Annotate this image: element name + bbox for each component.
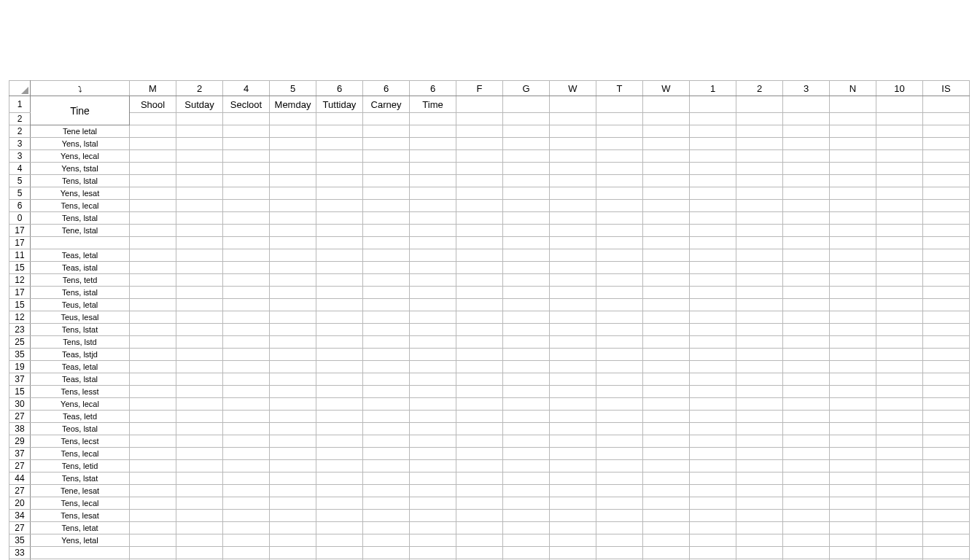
table-row[interactable]: 30Yens, lecal xyxy=(9,398,970,411)
row-number[interactable]: 27 xyxy=(9,485,31,497)
cell[interactable] xyxy=(503,225,550,237)
cell[interactable] xyxy=(130,237,176,249)
row-label[interactable]: Tens, lstat xyxy=(31,472,130,485)
cell[interactable] xyxy=(690,349,736,361)
row-number[interactable]: 2 xyxy=(9,125,31,138)
cell[interactable] xyxy=(363,138,410,150)
cell[interactable] xyxy=(923,287,970,299)
cell[interactable] xyxy=(176,349,223,361)
cell[interactable] xyxy=(130,212,176,225)
cell[interactable] xyxy=(130,472,176,485)
cell[interactable] xyxy=(503,212,550,225)
cell[interactable] xyxy=(363,163,410,175)
table-row[interactable]: 44Tens, lstat xyxy=(9,472,970,485)
cell[interactable] xyxy=(923,448,970,460)
cell[interactable] xyxy=(876,299,923,311)
row-label[interactable]: Tens, lstal xyxy=(31,212,130,225)
cell[interactable] xyxy=(876,547,923,559)
cell[interactable] xyxy=(830,361,876,373)
cell[interactable] xyxy=(270,485,316,497)
cell[interactable] xyxy=(456,472,503,485)
row-label[interactable]: Tens, lecal xyxy=(31,497,130,510)
row-number[interactable]: 15 xyxy=(9,262,31,274)
cell[interactable] xyxy=(596,547,643,559)
cell[interactable] xyxy=(223,349,270,361)
cell[interactable] xyxy=(690,262,736,274)
cell[interactable] xyxy=(643,163,690,175)
cell[interactable] xyxy=(270,349,316,361)
cell[interactable] xyxy=(176,460,223,472)
cell[interactable] xyxy=(270,398,316,411)
cell[interactable] xyxy=(830,448,876,460)
cell[interactable] xyxy=(456,547,503,559)
column-header[interactable]: IS xyxy=(923,81,970,96)
cell[interactable] xyxy=(130,423,176,435)
cell[interactable] xyxy=(596,163,643,175)
cell[interactable] xyxy=(783,534,830,547)
column-header[interactable]: 5 xyxy=(270,81,316,96)
cell[interactable] xyxy=(410,472,456,485)
cell[interactable] xyxy=(596,138,643,150)
cell[interactable] xyxy=(783,138,830,150)
cell[interactable] xyxy=(876,225,923,237)
table-row[interactable]: 0Tens, lstal xyxy=(9,212,970,225)
cell[interactable] xyxy=(270,522,316,534)
cell[interactable] xyxy=(223,200,270,212)
cell[interactable] xyxy=(410,448,456,460)
subheader-cell[interactable]: Carney xyxy=(363,96,410,113)
row-label[interactable] xyxy=(31,547,130,559)
cell[interactable] xyxy=(876,113,923,125)
cell[interactable] xyxy=(316,237,363,249)
cell[interactable] xyxy=(223,163,270,175)
cell[interactable] xyxy=(176,398,223,411)
cell[interactable] xyxy=(503,361,550,373)
cell[interactable] xyxy=(223,187,270,200)
row-label[interactable]: Teus, letal xyxy=(31,299,130,311)
cell[interactable] xyxy=(643,547,690,559)
cell[interactable] xyxy=(456,485,503,497)
cell[interactable] xyxy=(223,411,270,423)
cell[interactable] xyxy=(550,262,596,274)
cell[interactable] xyxy=(690,398,736,411)
cell[interactable] xyxy=(783,324,830,336)
cell[interactable] xyxy=(176,435,223,448)
cell[interactable] xyxy=(596,287,643,299)
cell[interactable] xyxy=(690,373,736,386)
cell[interactable] xyxy=(176,534,223,547)
subheader-cell[interactable]: Time xyxy=(410,96,456,113)
cell[interactable] xyxy=(410,125,456,138)
cell[interactable] xyxy=(550,200,596,212)
row-number[interactable]: 35 xyxy=(9,349,31,361)
cell[interactable] xyxy=(783,212,830,225)
cell[interactable] xyxy=(550,324,596,336)
cell[interactable] xyxy=(876,150,923,163)
cell[interactable] xyxy=(830,163,876,175)
table-row[interactable]: 35Yens, letal xyxy=(9,534,970,547)
cell[interactable] xyxy=(876,336,923,349)
cell[interactable] xyxy=(596,150,643,163)
cell[interactable] xyxy=(550,349,596,361)
cell[interactable] xyxy=(316,435,363,448)
table-row[interactable]: 5Yens, lesat xyxy=(9,187,970,200)
cell[interactable] xyxy=(363,547,410,559)
cell[interactable] xyxy=(690,472,736,485)
cell[interactable] xyxy=(363,175,410,187)
cell[interactable] xyxy=(643,287,690,299)
cell[interactable] xyxy=(363,386,410,398)
subheader-cell[interactable] xyxy=(736,96,783,113)
cell[interactable] xyxy=(550,398,596,411)
table-row[interactable]: 19Teas, letal xyxy=(9,361,970,373)
row-number[interactable]: 27 xyxy=(9,522,31,534)
cell[interactable] xyxy=(503,274,550,287)
column-header[interactable]: W xyxy=(643,81,690,96)
cell[interactable] xyxy=(736,225,783,237)
cell[interactable] xyxy=(830,125,876,138)
cell[interactable] xyxy=(690,485,736,497)
row-label[interactable]: Tens, lesat xyxy=(31,510,130,522)
cell[interactable] xyxy=(783,472,830,485)
row-number[interactable]: 30 xyxy=(9,398,31,411)
cell[interactable] xyxy=(783,125,830,138)
cell[interactable] xyxy=(643,435,690,448)
cell[interactable] xyxy=(783,435,830,448)
cell[interactable] xyxy=(176,299,223,311)
